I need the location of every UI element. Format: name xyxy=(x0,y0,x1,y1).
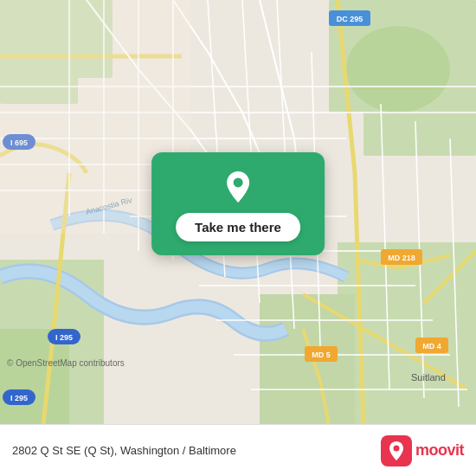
svg-text:MD 5: MD 5 xyxy=(312,351,331,359)
copyright-text: © OpenStreetMap contributors xyxy=(7,358,125,368)
bottom-bar: 2802 Q St SE (Q St), Washington / Baltim… xyxy=(0,424,476,476)
svg-text:Suitland: Suitland xyxy=(411,372,446,383)
moovit-logo: moovit xyxy=(381,435,464,466)
svg-text:MD 218: MD 218 xyxy=(388,254,415,262)
svg-text:I 295: I 295 xyxy=(55,333,73,342)
location-card: Take me there xyxy=(151,152,325,255)
map-container: DC 295 I 695 I 295 I 295 MD 218 MD 5 MD … xyxy=(0,0,476,424)
location-pin-icon xyxy=(219,168,257,206)
svg-text:I 295: I 295 xyxy=(10,394,28,402)
moovit-wordmark: moovit xyxy=(415,441,464,460)
svg-point-5 xyxy=(346,26,450,113)
svg-point-52 xyxy=(393,445,399,451)
take-me-there-button[interactable]: Take me there xyxy=(176,213,300,241)
moovit-app-icon xyxy=(381,435,412,466)
svg-text:MD 4: MD 4 xyxy=(422,342,441,351)
svg-text:DC 295: DC 295 xyxy=(337,15,363,23)
svg-point-50 xyxy=(234,177,243,187)
address-text: 2802 Q St SE (Q St), Washington / Baltim… xyxy=(12,444,236,457)
